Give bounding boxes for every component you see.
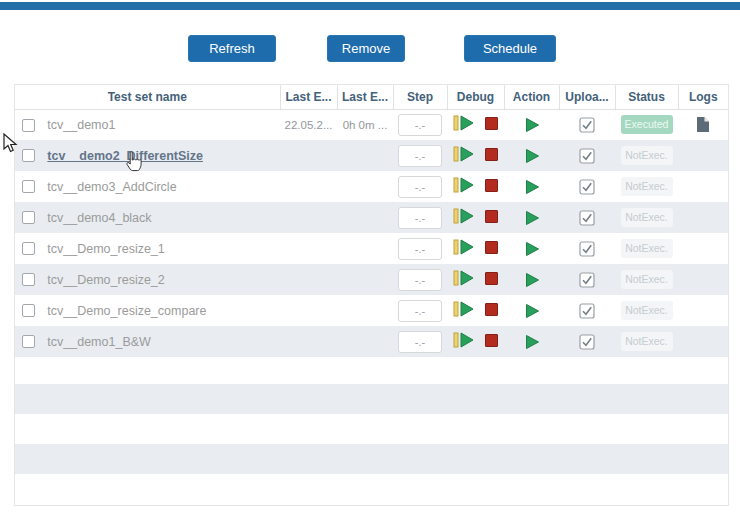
debug-stop-icon[interactable] <box>485 117 498 130</box>
table-row[interactable]: tcv__demo1_B&W <box>15 326 728 357</box>
debug-step-play-icon[interactable] <box>453 208 474 224</box>
step-input[interactable] <box>398 300 442 322</box>
last-exec-duration <box>337 326 393 357</box>
last-exec-date: 22.05.2... <box>280 109 337 140</box>
column-header-last-exec-duration: Last E... <box>337 85 393 109</box>
row-select-checkbox[interactable] <box>22 180 35 193</box>
run-play-icon[interactable] <box>524 210 540 226</box>
column-header-step: Step <box>393 85 447 109</box>
test-set-name-link[interactable]: tcv__demo1_B&W <box>47 335 151 349</box>
last-exec-duration <box>337 233 393 264</box>
step-input[interactable] <box>398 176 442 198</box>
status-badge: NotExec. <box>621 146 673 165</box>
debug-stop-icon[interactable] <box>485 210 498 223</box>
step-input[interactable] <box>398 238 442 260</box>
test-set-name-link[interactable]: tcv__demo1 <box>47 118 115 132</box>
debug-step-play-icon[interactable] <box>453 146 474 162</box>
status-badge: NotExec. <box>621 301 673 320</box>
last-exec-date <box>280 171 337 202</box>
debug-stop-icon[interactable] <box>485 148 498 161</box>
last-exec-date <box>280 295 337 326</box>
debug-stop-icon[interactable] <box>485 241 498 254</box>
debug-stop-icon[interactable] <box>485 303 498 316</box>
step-input[interactable] <box>398 207 442 229</box>
table-row[interactable]: tcv__demo1 22.05.2... 0h 0m ... <box>15 109 728 140</box>
run-play-icon[interactable] <box>524 272 540 288</box>
run-play-icon[interactable] <box>524 241 540 257</box>
last-exec-date <box>280 264 337 295</box>
step-input[interactable] <box>398 114 442 136</box>
status-badge: NotExec. <box>621 332 673 351</box>
column-header-logs: Logs <box>678 85 728 109</box>
table-row[interactable]: tcv__Demo_resize_2 <box>15 264 728 295</box>
table-row[interactable]: tcv__demo3_AddCircle <box>15 171 728 202</box>
debug-step-play-icon[interactable] <box>453 332 474 348</box>
top-accent-bar <box>0 2 740 10</box>
table-row[interactable]: tcv__demo2_DifferentSize <box>15 140 728 171</box>
row-select-checkbox[interactable] <box>22 119 35 132</box>
upload-checkbox[interactable] <box>579 117 595 133</box>
remove-button[interactable]: Remove <box>327 35 405 62</box>
empty-row <box>15 384 728 414</box>
run-play-icon[interactable] <box>524 117 540 133</box>
last-exec-duration: 0h 0m ... <box>337 109 393 140</box>
column-header-status: Status <box>615 85 678 109</box>
table-row[interactable]: tcv__Demo_resize_compare <box>15 295 728 326</box>
test-set-name-link[interactable]: tcv__Demo_resize_compare <box>47 304 206 318</box>
step-input[interactable] <box>398 331 442 353</box>
upload-checkbox[interactable] <box>579 179 595 195</box>
test-set-name-link[interactable]: tcv__demo3_AddCircle <box>47 180 176 194</box>
row-select-checkbox[interactable] <box>22 304 35 317</box>
debug-stop-icon[interactable] <box>485 334 498 347</box>
row-select-checkbox[interactable] <box>22 149 35 162</box>
debug-step-play-icon[interactable] <box>453 301 474 317</box>
run-play-icon[interactable] <box>524 303 540 319</box>
last-exec-date <box>280 140 337 171</box>
empty-row <box>15 414 728 444</box>
last-exec-date <box>280 202 337 233</box>
step-input[interactable] <box>398 145 442 167</box>
step-input[interactable] <box>398 269 442 291</box>
row-select-checkbox[interactable] <box>22 273 35 286</box>
upload-checkbox[interactable] <box>579 241 595 257</box>
refresh-button[interactable]: Refresh <box>188 35 276 62</box>
debug-step-play-icon[interactable] <box>453 239 474 255</box>
debug-stop-icon[interactable] <box>485 179 498 192</box>
run-play-icon[interactable] <box>524 179 540 195</box>
table-row[interactable]: tcv__Demo_resize_1 <box>15 233 728 264</box>
test-set-name-link[interactable]: tcv__Demo_resize_2 <box>47 273 164 287</box>
column-header-upload: Uploa... <box>559 85 615 109</box>
run-play-icon[interactable] <box>524 334 540 350</box>
last-exec-duration <box>337 295 393 326</box>
upload-checkbox[interactable] <box>579 272 595 288</box>
schedule-button[interactable]: Schedule <box>464 35 556 62</box>
status-badge: NotExec. <box>621 239 673 258</box>
upload-checkbox[interactable] <box>579 210 595 226</box>
last-exec-duration <box>337 140 393 171</box>
last-exec-date <box>280 233 337 264</box>
table-header-row: Test set name Last E... Last E... Step D… <box>15 85 728 109</box>
empty-row <box>15 444 728 474</box>
upload-checkbox[interactable] <box>579 334 595 350</box>
debug-step-play-icon[interactable] <box>453 270 474 286</box>
row-select-checkbox[interactable] <box>22 335 35 348</box>
last-exec-duration <box>337 264 393 295</box>
run-play-icon[interactable] <box>524 148 540 164</box>
test-set-name-link[interactable]: tcv__demo2_DifferentSize <box>47 149 203 163</box>
empty-row <box>15 357 728 384</box>
debug-stop-icon[interactable] <box>485 272 498 285</box>
row-select-checkbox[interactable] <box>22 242 35 255</box>
test-set-table: Test set name Last E... Last E... Step D… <box>14 84 729 506</box>
test-set-name-link[interactable]: tcv__demo4_black <box>47 211 151 225</box>
upload-checkbox[interactable] <box>579 148 595 164</box>
debug-step-play-icon[interactable] <box>453 177 474 193</box>
row-select-checkbox[interactable] <box>22 211 35 224</box>
last-exec-duration <box>337 171 393 202</box>
log-file-icon[interactable] <box>696 116 710 133</box>
status-badge: NotExec. <box>621 208 673 227</box>
test-set-name-link[interactable]: tcv__Demo_resize_1 <box>47 242 164 256</box>
table-row[interactable]: tcv__demo4_black <box>15 202 728 233</box>
upload-checkbox[interactable] <box>579 303 595 319</box>
column-header-action: Action <box>504 85 559 109</box>
debug-step-play-icon[interactable] <box>453 115 474 131</box>
